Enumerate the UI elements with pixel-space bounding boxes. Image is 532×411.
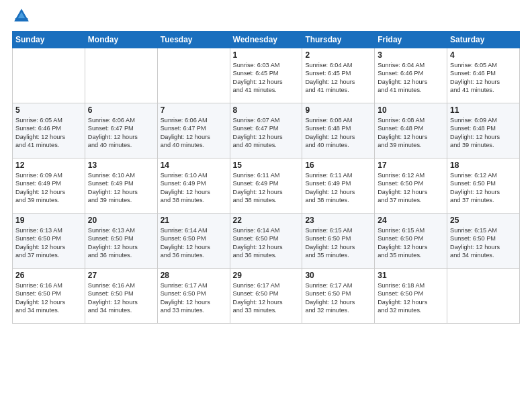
day-info: Sunrise: 6:04 AM Sunset: 6:46 PM Dayligh… <box>378 61 444 95</box>
day-number: 3 <box>378 50 444 60</box>
day-number: 1 <box>233 50 300 60</box>
day-info: Sunrise: 6:12 AM Sunset: 6:50 PM Dayligh… <box>378 171 444 205</box>
day-info: Sunrise: 6:06 AM Sunset: 6:47 PM Dayligh… <box>161 116 227 150</box>
day-info: Sunrise: 6:10 AM Sunset: 6:49 PM Dayligh… <box>88 171 154 205</box>
calendar-week-1: 1Sunrise: 6:03 AM Sunset: 6:45 PM Daylig… <box>13 48 520 103</box>
calendar-day-9: 9Sunrise: 6:08 AM Sunset: 6:48 PM Daylig… <box>302 103 375 158</box>
day-info: Sunrise: 6:17 AM Sunset: 6:50 PM Dayligh… <box>233 281 300 315</box>
calendar-day-10: 10Sunrise: 6:08 AM Sunset: 6:48 PM Dayli… <box>375 103 447 158</box>
calendar-day-25: 25Sunrise: 6:15 AM Sunset: 6:50 PM Dayli… <box>447 214 520 269</box>
calendar-day-5: 5Sunrise: 6:05 AM Sunset: 6:46 PM Daylig… <box>13 103 85 158</box>
day-number: 11 <box>450 105 517 115</box>
calendar-day-24: 24Sunrise: 6:15 AM Sunset: 6:50 PM Dayli… <box>375 214 447 269</box>
day-info: Sunrise: 6:04 AM Sunset: 6:45 PM Dayligh… <box>305 61 371 95</box>
day-number: 4 <box>450 50 517 60</box>
col-header-tuesday: Tuesday <box>157 32 230 48</box>
day-number: 31 <box>378 271 444 280</box>
day-number: 7 <box>161 105 227 115</box>
day-info: Sunrise: 6:15 AM Sunset: 6:50 PM Dayligh… <box>378 226 444 260</box>
day-info: Sunrise: 6:15 AM Sunset: 6:50 PM Dayligh… <box>450 226 517 260</box>
page: SundayMondayTuesdayWednesdayThursdayFrid… <box>0 0 532 411</box>
calendar-day-28: 28Sunrise: 6:17 AM Sunset: 6:50 PM Dayli… <box>157 269 230 324</box>
calendar-day-26: 26Sunrise: 6:16 AM Sunset: 6:50 PM Dayli… <box>13 269 85 324</box>
logo <box>12 7 34 26</box>
day-info: Sunrise: 6:16 AM Sunset: 6:50 PM Dayligh… <box>88 281 154 315</box>
calendar-day-2: 2Sunrise: 6:04 AM Sunset: 6:45 PM Daylig… <box>302 48 375 103</box>
day-number: 25 <box>450 216 517 225</box>
col-header-sunday: Sunday <box>13 32 85 48</box>
calendar-table: SundayMondayTuesdayWednesdayThursdayFrid… <box>12 31 520 324</box>
calendar-day-11: 11Sunrise: 6:09 AM Sunset: 6:48 PM Dayli… <box>447 103 520 158</box>
calendar-day-6: 6Sunrise: 6:06 AM Sunset: 6:47 PM Daylig… <box>85 103 157 158</box>
calendar-week-4: 19Sunrise: 6:13 AM Sunset: 6:50 PM Dayli… <box>13 214 520 269</box>
calendar-day-29: 29Sunrise: 6:17 AM Sunset: 6:50 PM Dayli… <box>230 269 302 324</box>
calendar-day-4: 4Sunrise: 6:05 AM Sunset: 6:46 PM Daylig… <box>447 48 520 103</box>
day-number: 13 <box>88 161 154 170</box>
day-info: Sunrise: 6:03 AM Sunset: 6:45 PM Dayligh… <box>233 61 300 95</box>
calendar-day-20: 20Sunrise: 6:13 AM Sunset: 6:50 PM Dayli… <box>85 214 157 269</box>
day-number: 15 <box>233 161 300 170</box>
calendar-day-30: 30Sunrise: 6:17 AM Sunset: 6:50 PM Dayli… <box>302 269 375 324</box>
calendar-day-19: 19Sunrise: 6:13 AM Sunset: 6:50 PM Dayli… <box>13 214 85 269</box>
calendar-week-3: 12Sunrise: 6:09 AM Sunset: 6:49 PM Dayli… <box>13 158 520 214</box>
day-number: 26 <box>15 271 82 280</box>
calendar-week-5: 26Sunrise: 6:16 AM Sunset: 6:50 PM Dayli… <box>13 269 520 324</box>
empty-day <box>157 48 230 103</box>
day-number: 6 <box>88 105 154 115</box>
day-info: Sunrise: 6:08 AM Sunset: 6:48 PM Dayligh… <box>378 116 444 150</box>
col-header-friday: Friday <box>375 32 447 48</box>
calendar-day-21: 21Sunrise: 6:14 AM Sunset: 6:50 PM Dayli… <box>157 214 230 269</box>
day-number: 28 <box>161 271 227 280</box>
day-info: Sunrise: 6:07 AM Sunset: 6:47 PM Dayligh… <box>233 116 300 150</box>
calendar-day-18: 18Sunrise: 6:12 AM Sunset: 6:50 PM Dayli… <box>447 158 520 214</box>
calendar-header-row: SundayMondayTuesdayWednesdayThursdayFrid… <box>13 32 520 48</box>
calendar-day-8: 8Sunrise: 6:07 AM Sunset: 6:47 PM Daylig… <box>230 103 302 158</box>
day-number: 10 <box>378 105 444 115</box>
col-header-monday: Monday <box>85 32 157 48</box>
calendar-day-12: 12Sunrise: 6:09 AM Sunset: 6:49 PM Dayli… <box>13 158 85 214</box>
day-info: Sunrise: 6:05 AM Sunset: 6:46 PM Dayligh… <box>15 116 82 150</box>
calendar-day-31: 31Sunrise: 6:18 AM Sunset: 6:50 PM Dayli… <box>375 269 447 324</box>
day-info: Sunrise: 6:14 AM Sunset: 6:50 PM Dayligh… <box>161 226 227 260</box>
empty-day <box>85 48 157 103</box>
calendar-day-17: 17Sunrise: 6:12 AM Sunset: 6:50 PM Dayli… <box>375 158 447 214</box>
day-number: 17 <box>378 161 444 170</box>
calendar-day-1: 1Sunrise: 6:03 AM Sunset: 6:45 PM Daylig… <box>230 48 302 103</box>
day-info: Sunrise: 6:10 AM Sunset: 6:49 PM Dayligh… <box>161 171 227 205</box>
calendar-day-14: 14Sunrise: 6:10 AM Sunset: 6:49 PM Dayli… <box>157 158 230 214</box>
day-number: 16 <box>305 161 371 170</box>
day-number: 12 <box>15 161 82 170</box>
day-info: Sunrise: 6:16 AM Sunset: 6:50 PM Dayligh… <box>15 281 82 315</box>
day-number: 30 <box>305 271 371 280</box>
calendar-day-3: 3Sunrise: 6:04 AM Sunset: 6:46 PM Daylig… <box>375 48 447 103</box>
day-number: 8 <box>233 105 300 115</box>
day-number: 19 <box>15 216 82 225</box>
header <box>12 7 520 26</box>
day-info: Sunrise: 6:11 AM Sunset: 6:49 PM Dayligh… <box>233 171 300 205</box>
svg-rect-2 <box>15 18 28 21</box>
day-number: 27 <box>88 271 154 280</box>
day-info: Sunrise: 6:09 AM Sunset: 6:48 PM Dayligh… <box>450 116 517 150</box>
day-info: Sunrise: 6:13 AM Sunset: 6:50 PM Dayligh… <box>15 226 82 260</box>
calendar-day-13: 13Sunrise: 6:10 AM Sunset: 6:49 PM Dayli… <box>85 158 157 214</box>
calendar-day-7: 7Sunrise: 6:06 AM Sunset: 6:47 PM Daylig… <box>157 103 230 158</box>
day-number: 20 <box>88 216 154 225</box>
day-info: Sunrise: 6:09 AM Sunset: 6:49 PM Dayligh… <box>15 171 82 205</box>
day-info: Sunrise: 6:08 AM Sunset: 6:48 PM Dayligh… <box>305 116 371 150</box>
day-info: Sunrise: 6:18 AM Sunset: 6:50 PM Dayligh… <box>378 281 444 315</box>
col-header-thursday: Thursday <box>302 32 375 48</box>
calendar-day-22: 22Sunrise: 6:14 AM Sunset: 6:50 PM Dayli… <box>230 214 302 269</box>
day-info: Sunrise: 6:15 AM Sunset: 6:50 PM Dayligh… <box>305 226 371 260</box>
calendar-day-27: 27Sunrise: 6:16 AM Sunset: 6:50 PM Dayli… <box>85 269 157 324</box>
calendar-day-16: 16Sunrise: 6:11 AM Sunset: 6:49 PM Dayli… <box>302 158 375 214</box>
day-number: 14 <box>161 161 227 170</box>
day-info: Sunrise: 6:17 AM Sunset: 6:50 PM Dayligh… <box>161 281 227 315</box>
col-header-wednesday: Wednesday <box>230 32 302 48</box>
calendar-day-15: 15Sunrise: 6:11 AM Sunset: 6:49 PM Dayli… <box>230 158 302 214</box>
logo-icon <box>12 7 31 26</box>
day-info: Sunrise: 6:11 AM Sunset: 6:49 PM Dayligh… <box>305 171 371 205</box>
day-number: 18 <box>450 161 517 170</box>
calendar-week-2: 5Sunrise: 6:05 AM Sunset: 6:46 PM Daylig… <box>13 103 520 158</box>
day-number: 21 <box>161 216 227 225</box>
day-number: 5 <box>15 105 82 115</box>
